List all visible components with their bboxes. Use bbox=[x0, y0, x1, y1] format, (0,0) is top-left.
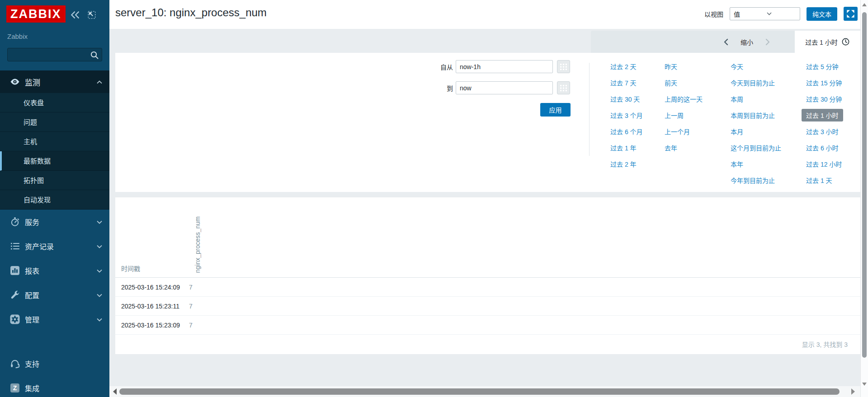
search-input[interactable] bbox=[11, 49, 88, 60]
sidebar-subitem-maps[interactable]: 拓扑图 bbox=[0, 171, 109, 190]
sidebar-subitem-discovery[interactable]: 自动发现 bbox=[0, 190, 109, 210]
sidebar-item-inventory[interactable]: 资产记录 bbox=[0, 234, 109, 258]
quick-range-link[interactable]: 过去 12 小时 bbox=[806, 159, 842, 168]
table-header: 时间戳 nginx_process_num bbox=[115, 197, 860, 278]
quick-range-link[interactable]: 去年 bbox=[665, 143, 677, 152]
sidebar-item-monitoring[interactable]: 监测 bbox=[0, 70, 109, 93]
quick-range-link[interactable]: 过去 5 分钟 bbox=[806, 62, 839, 71]
quick-range-link[interactable]: 今天 bbox=[731, 62, 743, 71]
sidebar-item-label: 支持 bbox=[25, 358, 102, 369]
sidebar-submenu: 仪表盘问题主机最新数据拓扑图自动发现 bbox=[0, 93, 109, 210]
quick-range-link[interactable]: 过去 15 分钟 bbox=[806, 78, 842, 87]
to-label: 到 bbox=[407, 84, 453, 93]
scroll-up-arrow[interactable] bbox=[862, 3, 867, 6]
sidebar-subitem-hosts[interactable]: 主机 bbox=[0, 132, 109, 151]
timestamp-column-header: 时间戳 bbox=[121, 264, 140, 273]
time-back-arrow-icon[interactable] bbox=[723, 38, 729, 46]
quick-range-link[interactable]: 本月 bbox=[731, 127, 743, 136]
value-cell: 7 bbox=[189, 303, 193, 310]
zoom-out-button[interactable]: 缩小 bbox=[741, 37, 753, 47]
quick-range-link[interactable]: 过去 1 小时 bbox=[802, 109, 843, 121]
quick-range-link[interactable]: 过去 3 个月 bbox=[610, 111, 643, 120]
quick-range-link[interactable]: 本年 bbox=[731, 159, 743, 168]
quick-ranges-column-2: 昨天前天上周的这一天上一周上一个月去年 bbox=[665, 58, 703, 156]
sidebar-item-configuration[interactable]: 配置 bbox=[0, 283, 109, 307]
sidebar-item-services[interactable]: 服务 bbox=[0, 210, 109, 234]
sidebar-item-integrations[interactable]: Z集成 bbox=[0, 376, 109, 397]
vertical-scroll-thumb[interactable] bbox=[862, 12, 867, 358]
from-label: 自从 bbox=[407, 62, 453, 71]
quick-range-item: 昨天 bbox=[665, 58, 703, 75]
quick-range-link[interactable]: 本周到目前为止 bbox=[731, 111, 775, 120]
quick-range-link[interactable]: 过去 30 天 bbox=[610, 94, 640, 103]
headset-icon bbox=[8, 358, 22, 369]
sidebar-subitem-latest-data[interactable]: 最新数据 bbox=[0, 151, 109, 171]
sidebar-subitem-problems[interactable]: 问题 bbox=[0, 112, 109, 132]
quick-range-link[interactable]: 前天 bbox=[665, 78, 677, 87]
from-calendar-button[interactable] bbox=[557, 60, 570, 73]
quick-range-link[interactable]: 过去 1 年 bbox=[610, 143, 637, 152]
quick-range-link[interactable]: 今年到目前为止 bbox=[731, 176, 775, 185]
plain-text-button[interactable]: 纯文本 bbox=[807, 7, 837, 21]
time-range-tab[interactable]: 过去 1 小时 bbox=[795, 31, 860, 53]
sidebar-item-support[interactable]: 支持 bbox=[0, 351, 109, 376]
quick-range-link[interactable]: 过去 6 个月 bbox=[610, 127, 643, 136]
quick-range-link[interactable]: 上一周 bbox=[665, 111, 684, 120]
kiosk-mode-button[interactable] bbox=[844, 7, 858, 21]
quick-range-link[interactable]: 过去 3 小时 bbox=[806, 127, 839, 136]
view-as-select[interactable]: 值 bbox=[730, 7, 800, 20]
to-input[interactable] bbox=[456, 81, 553, 94]
quick-range-item: 本周到目前为止 bbox=[731, 107, 781, 123]
collapse-sidebar-icon[interactable] bbox=[70, 10, 80, 20]
table-footer: 显示 3, 共找到 3 bbox=[115, 335, 860, 353]
view-as-selected-value: 值 bbox=[730, 9, 763, 19]
stopwatch-icon bbox=[8, 216, 22, 227]
quick-range-link[interactable]: 过去 7 天 bbox=[610, 78, 637, 87]
svg-text:Z: Z bbox=[13, 384, 17, 392]
table-row: 2025-03-16 15:23:117 bbox=[115, 297, 860, 316]
timestamp-cell: 2025-03-16 15:23:11 bbox=[115, 303, 189, 310]
quick-range-link[interactable]: 上周的这一天 bbox=[665, 94, 703, 103]
scroll-down-arrow[interactable] bbox=[862, 383, 867, 386]
wrench-icon bbox=[8, 290, 22, 300]
sidebar-footer-menu: 支持Z集成?帮助 bbox=[0, 351, 109, 397]
quick-ranges-column-1: 过去 2 天过去 7 天过去 30 天过去 3 个月过去 6 个月过去 1 年过… bbox=[610, 58, 643, 172]
quick-range-item: 过去 6 小时 bbox=[806, 140, 843, 156]
quick-range-link[interactable]: 今天到目前为止 bbox=[731, 78, 775, 87]
quick-range-link[interactable]: 过去 30 分钟 bbox=[806, 94, 842, 103]
quick-range-item: 过去 7 天 bbox=[610, 75, 643, 91]
time-filter-panel: 自从 到 应用 过去 2 天过去 7 天过去 30 天过去 3 个月过去 6 个… bbox=[115, 53, 860, 192]
quick-range-link[interactable]: 过去 6 小时 bbox=[806, 143, 839, 152]
quick-range-link[interactable]: 这个月到目前为止 bbox=[731, 143, 781, 152]
sidebar-menu: 监测仪表盘问题主机最新数据拓扑图自动发现服务资产记录报表配置管理 bbox=[0, 70, 109, 332]
scroll-right-arrow[interactable] bbox=[851, 388, 855, 395]
pin-sidebar-icon[interactable] bbox=[87, 10, 97, 20]
sidebar-subitem-dashboard[interactable]: 仪表盘 bbox=[0, 93, 109, 112]
horizontal-scroll-thumb[interactable] bbox=[119, 388, 840, 395]
quick-range-link[interactable]: 昨天 bbox=[665, 62, 677, 71]
quick-range-item: 过去 2 年 bbox=[610, 156, 643, 172]
quick-range-link[interactable]: 过去 2 天 bbox=[610, 62, 637, 71]
quick-range-item: 过去 1 年 bbox=[610, 140, 643, 156]
to-calendar-button[interactable] bbox=[557, 81, 570, 94]
quick-range-link[interactable]: 过去 2 年 bbox=[610, 159, 637, 168]
view-as-label: 以视图 bbox=[704, 9, 723, 19]
apply-button[interactable]: 应用 bbox=[540, 103, 571, 117]
quick-range-link[interactable]: 上一个月 bbox=[665, 127, 690, 136]
quick-range-item: 过去 1 小时 bbox=[806, 107, 843, 123]
sidebar-item-reports[interactable]: 报表 bbox=[0, 258, 109, 283]
sidebar-item-administration[interactable]: 管理 bbox=[0, 307, 109, 332]
search-icon[interactable] bbox=[90, 50, 99, 60]
zabbix-logo[interactable]: ZABBIX bbox=[6, 5, 66, 23]
time-forward-arrow-icon[interactable] bbox=[765, 38, 770, 46]
time-range-tab-label: 过去 1 小时 bbox=[805, 37, 838, 47]
quick-range-item: 这个月到目前为止 bbox=[731, 140, 781, 156]
z-badge-icon: Z bbox=[8, 383, 22, 393]
gear-icon bbox=[8, 314, 22, 325]
quick-range-link[interactable]: 本周 bbox=[731, 94, 743, 103]
quick-range-link[interactable]: 过去 1 天 bbox=[806, 176, 832, 185]
from-row: 自从 bbox=[407, 60, 570, 73]
scroll-left-arrow[interactable] bbox=[113, 388, 117, 395]
horizontal-scrollbar bbox=[109, 386, 860, 397]
from-input[interactable] bbox=[456, 60, 553, 73]
